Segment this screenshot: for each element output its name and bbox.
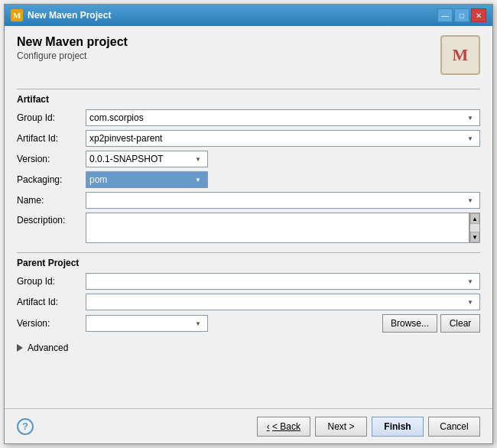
dialog-title: New Maven project xyxy=(17,35,128,49)
dialog-content: New Maven project Configure project M Ar… xyxy=(5,26,492,408)
version-dropdown-arrow[interactable]: ▼ xyxy=(192,152,204,166)
description-row: Description: ▲ ▼ xyxy=(17,213,480,245)
group-id-control: ▼ xyxy=(86,109,480,126)
packaging-select[interactable]: pom ▼ xyxy=(86,171,208,188)
maximize-button[interactable]: □ xyxy=(454,8,469,22)
parent-artifact-id-input-wrap[interactable]: ▼ xyxy=(86,294,480,310)
scrollbar-down[interactable]: ▼ xyxy=(470,232,479,242)
divider-2 xyxy=(17,252,480,253)
version-select[interactable]: 0.0.1-SNAPSHOT ▼ xyxy=(86,151,208,167)
parent-version-select[interactable]: ▼ xyxy=(86,315,208,332)
group-id-dropdown-arrow[interactable]: ▼ xyxy=(464,111,476,125)
packaging-label: Packaging: xyxy=(17,174,86,185)
parent-group-id-input[interactable] xyxy=(89,274,464,288)
divider-1 xyxy=(17,89,480,89)
minimize-button[interactable]: — xyxy=(437,8,453,22)
parent-artifact-id-row: Artifact Id: ▼ xyxy=(17,294,480,310)
name-label: Name: xyxy=(17,195,86,206)
clear-button[interactable]: Clear xyxy=(440,314,480,333)
next-button[interactable]: Next > xyxy=(315,417,367,437)
parent-group-id-label: Group Id: xyxy=(17,276,86,287)
parent-group-id-control: ▼ xyxy=(86,273,480,290)
version-control: 0.0.1-SNAPSHOT ▼ xyxy=(86,151,480,167)
artifact-id-control: ▼ xyxy=(86,130,480,147)
cancel-button[interactable]: Cancel xyxy=(428,417,480,437)
group-id-row: Group Id: ▼ xyxy=(17,109,480,126)
parent-group-id-input-wrap[interactable]: ▼ xyxy=(86,273,480,290)
artifact-section-label: Artifact xyxy=(17,94,480,105)
description-input[interactable] xyxy=(86,213,469,243)
maven-logo: M xyxy=(440,35,480,75)
window: M New Maven Project — □ ✕ New Maven proj… xyxy=(4,4,493,444)
name-row: Name: ▼ xyxy=(17,192,480,209)
help-button[interactable]: ? xyxy=(17,418,34,435)
artifact-id-label: Artifact Id: xyxy=(17,133,86,144)
artifact-id-input[interactable] xyxy=(89,131,464,145)
description-scrollbar[interactable]: ▲ ▼ xyxy=(469,213,480,243)
packaging-control: pom ▼ xyxy=(86,171,480,188)
header-text: New Maven project Configure project xyxy=(17,35,128,61)
advanced-section[interactable]: Advanced xyxy=(17,342,480,353)
parent-version-row: Version: ▼ Browse... Clear xyxy=(17,314,480,333)
advanced-label: Advanced xyxy=(28,342,68,353)
parent-artifact-id-arrow[interactable]: ▼ xyxy=(464,295,476,309)
parent-group-id-row: Group Id: ▼ xyxy=(17,273,480,290)
parent-version-label: Version: xyxy=(17,318,86,329)
finish-button[interactable]: Finish xyxy=(372,417,424,437)
window-controls: — □ ✕ xyxy=(437,8,486,22)
parent-artifact-id-control: ▼ xyxy=(86,294,480,310)
window-title: New Maven Project xyxy=(28,10,433,21)
version-label: Version: xyxy=(17,154,86,164)
artifact-id-input-wrap[interactable]: ▼ xyxy=(86,130,480,147)
version-value: 0.0.1-SNAPSHOT xyxy=(89,154,164,164)
scrollbar-up[interactable]: ▲ xyxy=(470,213,479,224)
packaging-dropdown-arrow[interactable]: ▼ xyxy=(192,173,204,187)
footer: ? ‹ < Back Next > Finish Cancel xyxy=(5,408,492,443)
title-bar: M New Maven Project — □ ✕ xyxy=(5,5,492,26)
close-button[interactable]: ✕ xyxy=(471,8,486,22)
packaging-value: pom xyxy=(89,174,107,185)
header-section: New Maven project Configure project M xyxy=(17,35,480,75)
window-icon: M xyxy=(11,9,23,21)
footer-buttons: ‹ < Back Next > Finish Cancel xyxy=(257,417,480,437)
group-id-label: Group Id: xyxy=(17,112,86,123)
parent-artifact-id-label: Artifact Id: xyxy=(17,297,86,307)
parent-version-control: ▼ xyxy=(86,315,376,332)
parent-artifact-id-input[interactable] xyxy=(89,295,464,309)
scrollbar-track xyxy=(470,224,479,232)
description-label: Description: xyxy=(17,213,86,226)
description-control xyxy=(86,213,469,245)
back-button[interactable]: ‹ < Back xyxy=(257,417,310,437)
parent-version-arrow[interactable]: ▼ xyxy=(192,317,204,330)
parent-section-label: Parent Project xyxy=(17,258,480,268)
name-dropdown-arrow[interactable]: ▼ xyxy=(464,193,476,207)
name-control: ▼ xyxy=(86,192,480,209)
dialog-subtitle: Configure project xyxy=(17,50,128,61)
group-id-input[interactable] xyxy=(89,111,464,125)
artifact-id-dropdown-arrow[interactable]: ▼ xyxy=(464,131,476,145)
parent-group-id-arrow[interactable]: ▼ xyxy=(464,274,476,288)
name-input[interactable] xyxy=(89,193,464,207)
name-input-wrap[interactable]: ▼ xyxy=(86,192,480,209)
packaging-row: Packaging: pom ▼ xyxy=(17,171,480,188)
svg-text:M: M xyxy=(13,11,21,20)
browse-button[interactable]: Browse... xyxy=(382,314,437,333)
advanced-triangle-icon xyxy=(17,344,23,352)
group-id-input-wrap[interactable]: ▼ xyxy=(86,109,480,126)
artifact-id-row: Artifact Id: ▼ xyxy=(17,130,480,147)
parent-version-buttons: Browse... Clear xyxy=(382,314,480,333)
version-row: Version: 0.0.1-SNAPSHOT ▼ xyxy=(17,151,480,167)
